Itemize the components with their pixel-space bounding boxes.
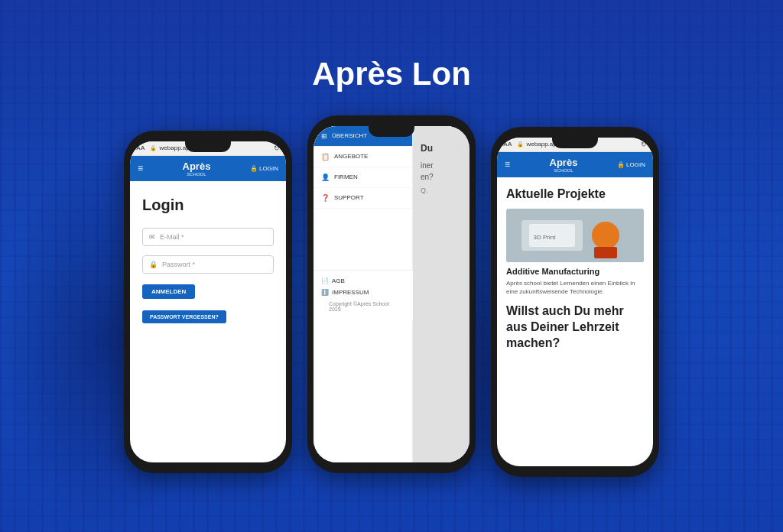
app-logo-1: Après SCHOOL xyxy=(183,161,211,177)
login-button-3[interactable]: 🔒 LOGIN xyxy=(617,161,645,168)
app-header-1: ≡ Après SCHOOL 🔒 LOGIN xyxy=(130,156,286,181)
project-image-svg: 3D Print xyxy=(506,209,644,262)
menu-main-bg: Du iner en? Q. xyxy=(413,126,469,462)
menu-hamburger-1[interactable]: ≡ xyxy=(138,163,143,174)
phone-projects: AA 🔒 webapp.apresschool.ch ↻ ≡ Après SCH… xyxy=(491,127,659,477)
projects-title: Aktuelle Projekte xyxy=(506,187,644,201)
phone-screen-login: AA 🔒 webapp.apresschool.ch ↻ ≡ Après SCH… xyxy=(130,141,286,462)
impressum-item[interactable]: ℹ️ IMPRESSUM xyxy=(321,287,405,298)
app-logo-3: Après SCHOOL xyxy=(550,157,578,173)
support-icon: ❓ xyxy=(321,194,330,202)
firmen-icon: 👤 xyxy=(321,174,330,181)
refresh-icon-1: ↻ xyxy=(274,144,280,152)
projects-content: Aktuelle Projekte 3D Print xyxy=(497,177,653,361)
copyright-text: Copyright ©Après School 2019 xyxy=(321,298,405,315)
menu-sidebar: ⊞ ÜBERSICHT 📋 ANGEBOTE 👤 FIRMEN ❓ xyxy=(314,126,413,462)
phone-menu: AA 🔒 webapp.apresschool.ch ↻ ≡ Après SCH… xyxy=(307,115,476,473)
title-text: Après Lon xyxy=(312,56,471,92)
impressum-icon: ℹ️ xyxy=(321,289,329,296)
browser-aa-1: AA xyxy=(136,144,145,151)
main-title: Après Lon xyxy=(312,56,471,92)
project-image: 3D Print xyxy=(506,209,644,262)
lock-icon-1: 🔒 xyxy=(150,145,157,151)
refresh-icon-3: ↻ xyxy=(641,141,647,148)
svg-rect-4 xyxy=(594,247,617,258)
agb-item[interactable]: 📄 AGB xyxy=(321,275,405,287)
lock-icon-3: 🔒 xyxy=(517,141,524,148)
phone-notch-3 xyxy=(552,138,598,148)
login-content: Login ✉ E-Mail * 🔒 Passwort * ANMELDEN P… xyxy=(130,181,286,339)
lock-field-icon: 🔒 xyxy=(149,261,158,268)
menu-item-support[interactable]: ❓ SUPPORT xyxy=(314,188,412,209)
phone-screen-menu: AA 🔒 webapp.apresschool.ch ↻ ≡ Après SCH… xyxy=(314,126,469,462)
menu-item-angebote[interactable]: 📋 ANGEBOTE xyxy=(314,147,412,167)
phones-container: AA 🔒 webapp.apresschool.ch ↻ ≡ Après SCH… xyxy=(124,115,659,477)
passwort-vergessen-button[interactable]: PASSWORT VERGESSEN? xyxy=(142,310,226,323)
login-button-1[interactable]: 🔒 LOGIN xyxy=(250,165,278,172)
anmelden-button[interactable]: ANMELDEN xyxy=(142,284,195,299)
email-label: E-Mail * xyxy=(160,233,184,241)
svg-text:3D Print: 3D Print xyxy=(534,234,557,241)
agb-icon: 📄 xyxy=(321,277,329,284)
email-input-group[interactable]: ✉ E-Mail * xyxy=(142,228,274,246)
phone-notch-1 xyxy=(185,141,231,152)
email-icon: ✉ xyxy=(149,233,155,241)
menu-item-firmen[interactable]: 👤 FIRMEN xyxy=(314,167,412,188)
project-desc: Après school bietet Lernenden einen Einb… xyxy=(506,279,644,296)
browser-aa-3: AA xyxy=(503,141,512,148)
app-header-3: ≡ Après SCHOOL 🔒 LOGIN xyxy=(497,152,653,177)
menu-hamburger-3[interactable]: ≡ xyxy=(505,159,510,170)
login-title: Login xyxy=(142,196,274,214)
phone-login: AA 🔒 webapp.apresschool.ch ↻ ≡ Après SCH… xyxy=(124,131,292,473)
cta-text: Willst auch Du mehr aus Deiner Lehrzeit … xyxy=(506,303,644,351)
phone-notch-2 xyxy=(369,126,414,137)
project-card: 3D Print Additive Manufacturing Après sc… xyxy=(506,209,644,296)
angebote-icon: 📋 xyxy=(321,153,330,161)
project-name: Additive Manufacturing xyxy=(506,267,644,276)
svg-point-3 xyxy=(592,222,619,249)
menu-footer: 📄 AGB ℹ️ IMPRESSUM Copyright ©Après Scho… xyxy=(314,270,413,320)
menu-right-content: Du iner en? Q. xyxy=(413,126,469,204)
phone-screen-projects: AA 🔒 webapp.apresschool.ch ↻ ≡ Après SCH… xyxy=(497,138,653,466)
ubersicht-icon: ⊞ xyxy=(321,132,327,140)
password-label: Passwort * xyxy=(162,261,195,268)
app-logo-sub-3: SCHOOL xyxy=(550,168,578,173)
menu-overlay: ⊞ ÜBERSICHT 📋 ANGEBOTE 👤 FIRMEN ❓ xyxy=(314,126,469,462)
password-input-group[interactable]: 🔒 Passwort * xyxy=(142,255,274,274)
main-content: Après Lon AA 🔒 webapp.apresschool.ch ↻ ≡… xyxy=(0,0,783,532)
app-logo-sub-1: SCHOOL xyxy=(183,172,211,177)
